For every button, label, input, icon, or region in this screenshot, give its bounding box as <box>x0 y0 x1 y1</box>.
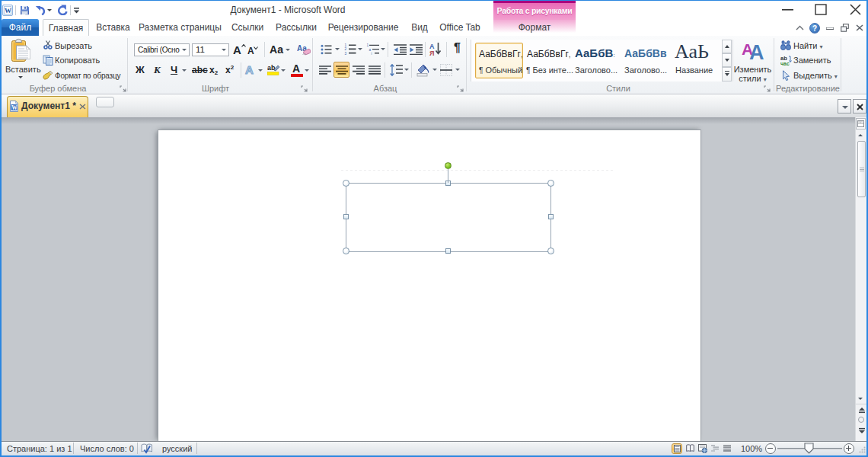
svg-text:3: 3 <box>344 52 346 55</box>
svg-text:час: час <box>780 61 790 66</box>
svg-text:Я: Я <box>429 50 434 56</box>
svg-text:i: i <box>371 52 372 55</box>
svg-text:W: W <box>11 104 18 111</box>
svg-text:A: A <box>749 41 764 61</box>
svg-text:А: А <box>429 43 435 50</box>
svg-text:1: 1 <box>344 43 346 47</box>
